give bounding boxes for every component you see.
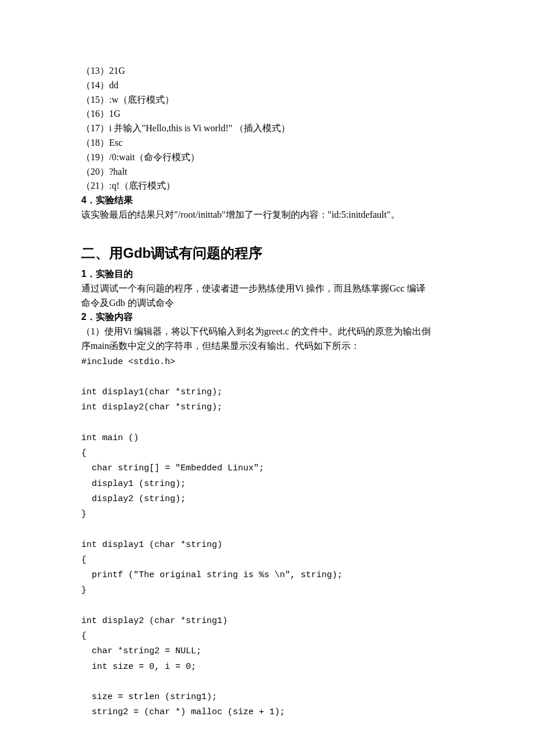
list-item: （17）i 并输入"Hello,this is Vi world!" （插入模式… [81, 121, 459, 136]
list-item: （13）21G [81, 64, 459, 78]
code-block: #include <stdio.h> int display1(char *st… [81, 355, 459, 721]
purpose-heading: 1．实验目的 [81, 267, 459, 282]
list-item: （20）?halt [81, 165, 459, 179]
result-heading: 4．实验结果 [81, 193, 459, 208]
list-item: （16）1G [81, 107, 459, 121]
result-body: 该实验最后的结果只对"/root/inittab"增加了一行复制的内容："id:… [81, 208, 459, 222]
content-body: 序main函数中定义的字符串，但结果显示没有输出。代码如下所示： [81, 339, 459, 354]
content-heading: 2．实验内容 [81, 310, 459, 325]
section-title: 二、用Gdb调试有问题的程序 [81, 242, 459, 264]
purpose-body: 命令及Gdb 的调试命令 [81, 296, 459, 311]
list-item: （21）:q!（底行模式） [81, 179, 459, 193]
list-item: （18）Esc [81, 136, 459, 150]
purpose-body: 通过调试一个有问题的程序，使读者进一步熟练使用Vi 操作，而且熟练掌握Gcc 编… [81, 282, 459, 296]
document-page: （13）21G （14）dd （15）:w（底行模式） （16）1G （17）i… [0, 0, 534, 756]
content-body: （1）使用Vi 编辑器，将以下代码输入到名为greet.c 的文件中。此代码的原… [81, 325, 459, 339]
list-item: （15）:w（底行模式） [81, 93, 459, 107]
list-item: （14）dd [81, 78, 459, 93]
list-item: （19）/0:wait（命令行模式） [81, 150, 459, 165]
